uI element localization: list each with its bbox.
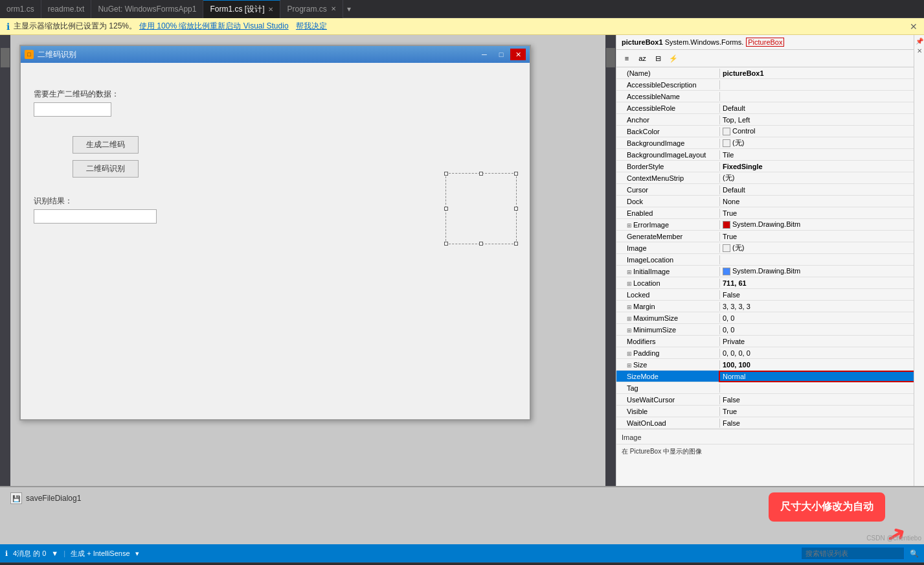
recognize-qr-button[interactable]: 二维码识别 <box>73 160 139 178</box>
info-link-decide[interactable]: 帮我决定 <box>296 21 327 32</box>
handle-br[interactable] <box>514 242 518 246</box>
prop-row-accDesc: AccessibleDescription <box>616 79 914 91</box>
picture-box-selected[interactable] <box>445 173 517 244</box>
handle-ml[interactable] <box>444 207 448 211</box>
props-tool-alpha[interactable]: az <box>636 52 649 65</box>
prop-value-minsize[interactable]: 0, 0 <box>720 325 914 334</box>
prop-value-anchor[interactable]: Top, Left <box>720 115 914 124</box>
prop-value-visible[interactable]: True <box>720 407 914 416</box>
expand-padding[interactable]: ⊞ <box>627 351 632 357</box>
prop-value-margin[interactable]: 3, 3, 3, 3 <box>720 302 914 311</box>
prop-row-contextmenu: ContextMenuStrip (无) <box>616 172 914 184</box>
prop-row-accName: AccessibleName <box>616 91 914 102</box>
prop-name-visible: Visible <box>616 407 720 416</box>
tab-readme[interactable]: readme.txt <box>41 0 92 18</box>
tab-programcs[interactable]: Program.cs ✕ <box>280 0 343 18</box>
tab-form1cs[interactable]: orm1.cs <box>0 0 41 18</box>
prop-value-image[interactable]: (无) <box>720 242 914 253</box>
tab-close-programcs[interactable]: ✕ <box>331 5 336 12</box>
expand-size[interactable]: ⊞ <box>627 362 632 369</box>
status-dropdown-icon[interactable]: ▾ <box>135 549 139 558</box>
prop-value-accRole[interactable]: Default <box>720 104 914 113</box>
expand-errorimage[interactable]: ⊞ <box>627 222 632 229</box>
prop-value-enabled[interactable]: True <box>720 209 914 218</box>
status-bar: ℹ 4消息 的 0 ▼ | 生成 + IntelliSense ▾ 🔍 <box>0 544 924 562</box>
props-tool-events[interactable]: ⚡ <box>667 52 680 65</box>
designer-vscroll-left[interactable] <box>0 35 10 486</box>
prop-value-dock[interactable]: None <box>720 197 914 206</box>
handle-bl[interactable] <box>444 242 448 246</box>
handle-tc[interactable] <box>479 172 483 176</box>
generate-qr-button[interactable]: 生成二维码 <box>73 136 139 154</box>
prop-value-location[interactable]: 711, 61 <box>720 279 914 288</box>
prop-value-accDesc[interactable] <box>720 84 914 86</box>
properties-panel: pictureBox1 System.Windows.Forms. Pictur… <box>616 35 914 486</box>
prop-row-initialimage: ⊞InitialImage System.Drawing.Bitm <box>616 266 914 277</box>
prop-row-bgimage: BackgroundImage (无) <box>616 137 914 149</box>
tab-bar: orm1.cs readme.txt NuGet: WindowsFormsAp… <box>0 0 924 18</box>
prop-name-padding: ⊞Padding <box>616 349 720 358</box>
form-close-button[interactable]: ✕ <box>510 49 526 60</box>
handle-bc[interactable] <box>479 242 483 246</box>
designer-vscroll-right[interactable] <box>605 35 616 486</box>
prop-value-contextmenu[interactable]: (无) <box>720 172 914 183</box>
props-tool-category[interactable]: ≡ <box>620 52 633 65</box>
form-minimize-button[interactable]: ─ <box>477 49 492 60</box>
prop-value-locked[interactable]: False <box>720 290 914 299</box>
tab-close-form1design[interactable]: ✕ <box>268 6 273 13</box>
prop-value-waitonload[interactable]: False <box>720 419 914 428</box>
vscroll-left-thumb[interactable] <box>1 48 10 67</box>
prop-row-image: Image (无) <box>616 242 914 254</box>
prop-value-modifiers[interactable]: Private <box>720 337 914 346</box>
prop-value-maxsize[interactable]: 0, 0 <box>720 314 914 323</box>
expand-location[interactable]: ⊞ <box>627 281 632 287</box>
prop-value-imagelocation[interactable] <box>720 259 914 260</box>
status-filter-icon[interactable]: ▼ <box>51 549 58 557</box>
info-bar-close[interactable]: ✕ <box>910 21 918 32</box>
prop-value-name[interactable]: pictureBox1 <box>720 69 914 78</box>
tab-label-form1design: Form1.cs [设计] <box>210 4 264 15</box>
props-pin-button[interactable]: 📌 <box>916 38 923 45</box>
prop-name-accDesc: AccessibleDescription <box>616 80 720 89</box>
handle-tr[interactable] <box>514 172 518 176</box>
prop-value-bgimage[interactable]: (无) <box>720 137 914 148</box>
prop-value-backcolor[interactable]: Control <box>720 126 914 136</box>
props-toolbar: ≡ az ⊟ ⚡ <box>616 50 914 67</box>
expand-maxsize[interactable]: ⊞ <box>627 316 632 322</box>
prop-value-padding[interactable]: 0, 0, 0, 0 <box>720 349 914 358</box>
prop-value-tag[interactable] <box>720 387 914 389</box>
info-separator <box>291 22 293 31</box>
handle-tl[interactable] <box>444 172 448 176</box>
tab-form1design[interactable]: Form1.cs [设计] ✕ <box>203 0 280 18</box>
prop-value-accName[interactable] <box>720 96 914 97</box>
info-link-restart[interactable]: 使用 100% 缩放比例重新启动 Visual Studio <box>139 21 289 32</box>
expand-initialimage[interactable]: ⊞ <box>627 269 632 275</box>
tab-more-button[interactable]: ▾ <box>343 5 355 14</box>
tab-nuget[interactable]: NuGet: WindowsFormsApp1 <box>91 0 203 18</box>
expand-margin[interactable]: ⊞ <box>627 304 632 310</box>
prop-value-errorimage[interactable]: System.Drawing.Bitm <box>720 220 914 229</box>
vscroll-right-thumb[interactable] <box>606 48 615 67</box>
prop-value-sizemode[interactable]: Normal <box>720 372 914 381</box>
prop-value-initialimage[interactable]: System.Drawing.Bitm <box>720 266 914 276</box>
prop-row-tag: Tag <box>616 382 914 394</box>
status-search-input[interactable] <box>801 547 905 560</box>
prop-value-usewaitcursor[interactable]: False <box>720 395 914 404</box>
expand-minsize[interactable]: ⊞ <box>627 327 632 334</box>
result-input[interactable] <box>34 209 157 224</box>
status-search-icon[interactable]: 🔍 <box>910 549 919 558</box>
prop-value-borderstyle[interactable]: FixedSingle <box>720 162 914 171</box>
prop-value-bgimagelayout[interactable]: Tile <box>720 150 914 159</box>
prop-row-location: ⊞Location 711, 61 <box>616 277 914 289</box>
handle-mr[interactable] <box>514 207 518 211</box>
prop-name-waitonload: WaitOnLoad <box>616 419 720 428</box>
form-data-input[interactable] <box>34 102 111 117</box>
prop-value-cursor[interactable]: Default <box>720 185 914 194</box>
props-tool-properties[interactable]: ⊟ <box>651 52 664 65</box>
props-close-panel[interactable]: ✕ <box>917 47 922 54</box>
prop-name-borderstyle: BorderStyle <box>616 162 720 171</box>
prop-value-generatemember[interactable]: True <box>720 232 914 241</box>
prop-row-generatemember: GenerateMember True <box>616 231 914 242</box>
prop-value-size[interactable]: 100, 100 <box>720 360 914 369</box>
form-maximize-button[interactable]: □ <box>493 49 509 60</box>
